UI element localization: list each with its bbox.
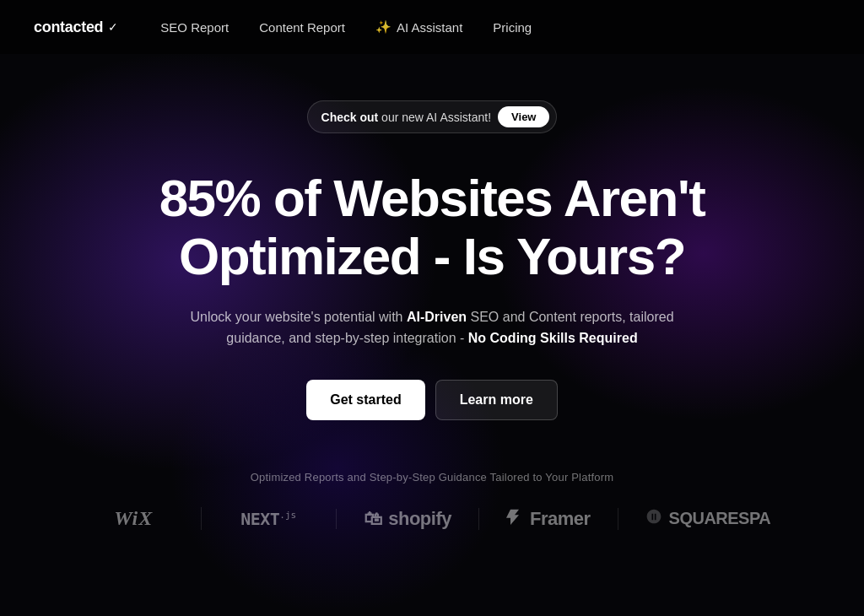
nav-link-ai-assistant[interactable]: ✨ AI Assistant <box>375 19 462 35</box>
banner-bold: Check out <box>321 111 379 124</box>
announcement-banner: Check out our new AI Assistant! View <box>307 100 558 133</box>
hero-heading: 85% of Websites Aren't Optimized - Is Yo… <box>137 169 727 286</box>
hero-subheading: Unlock your website's potential with AI-… <box>170 306 694 349</box>
logo-checkmark: ✓ <box>108 20 118 34</box>
nav-item-seo-report[interactable]: SEO Report <box>160 20 229 35</box>
ai-driven-text: AI-Driven <box>407 310 467 324</box>
ai-icon: ✨ <box>375 19 392 35</box>
platform-shopify: 🛍 shopify <box>337 508 479 530</box>
main-content: Check out our new AI Assistant! View 85%… <box>0 54 864 530</box>
nav-link-content-report[interactable]: Content Report <box>259 20 345 35</box>
logo[interactable]: contacted ✓ <box>34 19 118 36</box>
nav-link-pricing[interactable]: Pricing <box>493 20 532 35</box>
platforms-label: Optimized Reports and Step-by-Step Guida… <box>251 471 614 484</box>
get-started-button[interactable]: Get started <box>306 380 424 420</box>
platform-wix: WiX <box>67 507 202 530</box>
nextjs-logo: NEXT.js <box>240 509 296 529</box>
squarespace-icon <box>645 508 662 529</box>
learn-more-button[interactable]: Learn more <box>435 380 558 420</box>
banner-view-button[interactable]: View <box>498 106 549 127</box>
navbar: contacted ✓ SEO Report Content Report ✨ … <box>0 0 864 54</box>
logo-text: contacted <box>34 19 103 36</box>
squarespace-label: SQUARESPA <box>669 509 771 528</box>
platform-nextjs: NEXT.js <box>202 509 337 529</box>
framer-icon <box>506 508 523 529</box>
no-coding-text: No Coding Skills Required <box>468 331 638 345</box>
shopify-label: shopify <box>388 508 451 530</box>
shopify-icon: 🛍 <box>364 508 382 530</box>
nav-links: SEO Report Content Report ✨ AI Assistant… <box>160 19 532 35</box>
cta-row: Get started Learn more <box>306 380 558 420</box>
banner-text: Check out our new AI Assistant! <box>321 111 492 124</box>
platform-framer: Framer <box>479 508 618 530</box>
platforms-row: WiX NEXT.js 🛍 shopify Framer SQUARESPA <box>0 507 864 530</box>
platform-squarespace: SQUARESPA <box>618 508 798 529</box>
wix-logo: WiX <box>114 507 153 530</box>
framer-label: Framer <box>530 508 591 530</box>
nav-item-pricing[interactable]: Pricing <box>493 20 532 35</box>
nav-link-seo-report[interactable]: SEO Report <box>160 20 229 35</box>
nav-item-content-report[interactable]: Content Report <box>259 20 345 35</box>
nav-item-ai-assistant[interactable]: ✨ AI Assistant <box>375 19 462 35</box>
